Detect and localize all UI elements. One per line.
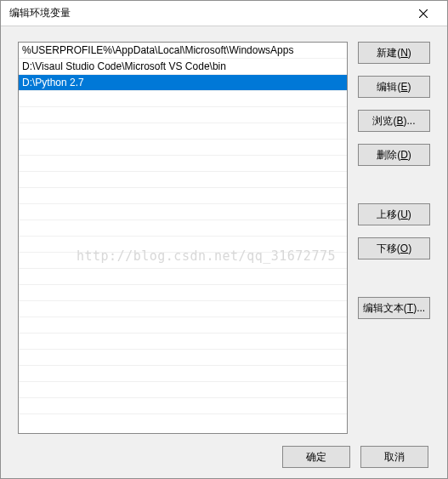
cancel-button[interactable]: 取消 [360,446,428,468]
list-item[interactable] [19,107,347,123]
path-listbox[interactable]: %USERPROFILE%\AppData\Local\Microsoft\Wi… [18,42,348,434]
list-item[interactable] [19,188,347,204]
list-item[interactable] [19,156,347,172]
list-item[interactable] [19,317,347,334]
bottom-bar: 确定 取消 [18,446,430,468]
side-buttons: 新建(N) 编辑(E) 浏览(B)... 删除(D) 上移(U) 下移(O) 编… [358,42,430,434]
list-item[interactable]: D:\Visaul Studio Code\Microsoft VS Code\… [19,59,347,75]
edittext-button[interactable]: 编辑文本(T)... [358,297,430,319]
close-icon [419,9,428,18]
browse-button[interactable]: 浏览(B)... [358,110,430,132]
delete-button[interactable]: 删除(D) [358,144,430,166]
list-item[interactable] [19,334,347,350]
ok-button[interactable]: 确定 [282,446,350,468]
new-button[interactable]: 新建(N) [358,42,430,64]
list-item[interactable] [19,172,347,188]
list-item[interactable] [19,253,347,269]
main-area: %USERPROFILE%\AppData\Local\Microsoft\Wi… [18,42,430,434]
list-item[interactable] [19,204,347,220]
list-item[interactable] [19,237,347,253]
list-item[interactable] [19,366,347,382]
list-item[interactable] [19,269,347,285]
list-item[interactable] [19,140,347,156]
list-item[interactable] [19,220,347,237]
list-item[interactable] [19,398,347,414]
list-item[interactable] [19,285,347,301]
list-item[interactable] [19,301,347,317]
list-item[interactable]: %USERPROFILE%\AppData\Local\Microsoft\Wi… [19,43,347,59]
close-button[interactable] [406,2,440,26]
list-item[interactable] [19,123,347,140]
edit-button[interactable]: 编辑(E) [358,76,430,98]
dialog-content: %USERPROFILE%\AppData\Local\Microsoft\Wi… [1,26,447,478]
list-item[interactable] [19,382,347,398]
list-item[interactable] [19,91,347,107]
window-title: 编辑环境变量 [9,6,406,20]
moveup-button[interactable]: 上移(U) [358,203,430,225]
titlebar: 编辑环境变量 [1,1,447,26]
dialog-window: 编辑环境变量 %USERPROFILE%\AppData\Local\Micro… [0,0,448,479]
list-item[interactable] [19,350,347,366]
list-item[interactable]: D:\Python 2.7 [19,75,347,91]
movedown-button[interactable]: 下移(O) [358,237,430,259]
